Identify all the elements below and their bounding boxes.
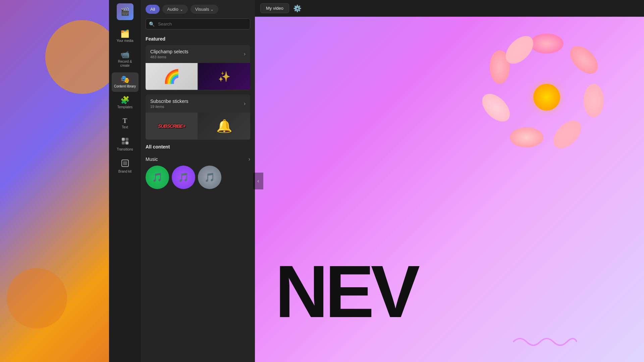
sidebar-item-brand-kit[interactable]: Brand kit (112, 156, 139, 177)
preview-canvas: NEV (255, 17, 644, 362)
music-thumb-3[interactable]: 🎵 (198, 166, 221, 189)
filter-bar: All Audio Visuals (141, 0, 255, 17)
filter-all-button[interactable]: All (146, 5, 160, 14)
sidebar-item-record-create[interactable]: 📹 Record &create (112, 48, 139, 71)
petal-5 (510, 127, 543, 147)
new-text: NEV (275, 255, 417, 328)
sidebar-item-content-library[interactable]: 🎭 Content library (112, 72, 139, 92)
music-category-header[interactable]: Music › (146, 153, 250, 166)
petal-2 (565, 41, 603, 79)
icon-sidebar: 🎬 🗂️ Your media 📹 Record &create 🎭 Conte… (109, 0, 141, 362)
flower-decoration (483, 34, 610, 161)
clipchamp-selects-count: 483 items (150, 55, 189, 59)
clipchamp-selects-info: Clipchamp selects 483 items (150, 49, 189, 59)
featured-heading: Featured (146, 36, 250, 42)
search-container: 🔍 (141, 17, 255, 33)
subscribe-stickers-count: 19 items (150, 105, 189, 109)
record-create-label: Record &create (118, 60, 132, 68)
music-note-2: 🎵 (178, 172, 189, 183)
filter-audio-button[interactable]: Audio (162, 5, 187, 14)
svg-rect-3 (125, 141, 128, 144)
transitions-label: Transitions (117, 147, 133, 152)
flower-center (533, 84, 560, 111)
music-thumb-1[interactable]: 🎵 (146, 166, 169, 189)
sidebar-item-transitions[interactable]: Transitions (112, 134, 139, 155)
preview-header: My video ⚙️ (255, 0, 644, 17)
brand-kit-icon (121, 160, 129, 168)
clipchamp-selects-header: Clipchamp selects 483 items › (146, 45, 250, 63)
text-label: Text (122, 125, 128, 129)
content-library-label: Content library (114, 84, 136, 88)
music-chevron: › (249, 156, 250, 162)
clipchamp-selects-card[interactable]: Clipchamp selects 483 items › (146, 45, 250, 90)
search-input[interactable] (146, 18, 250, 29)
thumbnail-subscribe: SUBSCRIBE+ (146, 113, 198, 139)
app-logo: 🎬 (117, 3, 133, 20)
subscribe-stickers-thumbnails: SUBSCRIBE+ 🔔 (146, 113, 250, 140)
canvas-background: NEV (255, 17, 644, 362)
content-panel: All Audio Visuals 🔍 Featured Clipchamp s… (141, 0, 255, 362)
all-content-heading: All content (146, 144, 250, 149)
thumbnail-rainbow (146, 63, 198, 90)
record-create-icon: 📹 (120, 51, 129, 58)
clipchamp-selects-chevron: › (244, 51, 246, 57)
settings-icon[interactable]: ⚙️ (293, 4, 302, 12)
templates-label: Templates (117, 105, 133, 109)
subscribe-stickers-info: Subscribe stickers 19 items (150, 99, 189, 109)
subscribe-stickers-card[interactable]: Subscribe stickers 19 items › SUBSCRIBE+… (146, 95, 250, 140)
petal-4 (548, 116, 586, 154)
thumbnail-sparkle (198, 63, 250, 90)
subscribe-stickers-chevron: › (244, 101, 246, 107)
music-note-1: 🎵 (152, 172, 163, 183)
scroll-left-indicator[interactable]: ‹ (253, 173, 263, 189)
petal-3 (584, 84, 604, 117)
music-section: Music › 🎵 🎵 🎵 (146, 153, 250, 192)
transitions-icon (121, 137, 129, 146)
sidebar-item-your-media[interactable]: 🗂️ Your media (112, 27, 139, 46)
svg-rect-2 (122, 141, 125, 144)
svg-rect-0 (122, 138, 125, 141)
filter-visuals-button[interactable]: Visuals (191, 5, 219, 14)
wavy-decoration (510, 332, 577, 352)
text-icon: T (123, 117, 127, 124)
video-title-button[interactable]: My video (260, 3, 289, 13)
your-media-label: Your media (116, 39, 133, 43)
music-thumb-2[interactable]: 🎵 (172, 166, 195, 189)
svg-rect-5 (123, 161, 127, 165)
music-title: Music (146, 157, 158, 162)
svg-rect-1 (125, 138, 128, 141)
templates-icon: 🧩 (120, 97, 129, 104)
brand-kit-label: Brand kit (118, 170, 131, 174)
panel-scroll[interactable]: Featured Clipchamp selects 483 items › S… (141, 33, 255, 362)
subscribe-text: SUBSCRIBE+ (158, 123, 185, 129)
thumbnail-bell: 🔔 (198, 113, 250, 139)
sidebar-item-text[interactable]: T Text (112, 114, 139, 133)
sidebar-item-templates[interactable]: 🧩 Templates (112, 93, 139, 113)
petal-1 (530, 34, 564, 54)
bell-emoji: 🔔 (216, 119, 232, 133)
music-thumbnails: 🎵 🎵 🎵 (146, 166, 250, 192)
search-wrapper: 🔍 (146, 18, 250, 29)
clipchamp-selects-thumbnails (146, 63, 250, 90)
clipchamp-selects-title: Clipchamp selects (150, 49, 189, 54)
content-library-icon: 🎭 (120, 76, 129, 83)
petal-6 (477, 89, 515, 127)
subscribe-stickers-title: Subscribe stickers (150, 99, 189, 104)
music-note-3: 🎵 (204, 172, 215, 183)
background-left (0, 0, 109, 362)
logo-icon: 🎬 (120, 7, 129, 16)
your-media-icon: 🗂️ (120, 30, 129, 38)
preview-area: My video ⚙️ NEV (255, 0, 644, 362)
subscribe-stickers-header: Subscribe stickers 19 items › (146, 95, 250, 113)
